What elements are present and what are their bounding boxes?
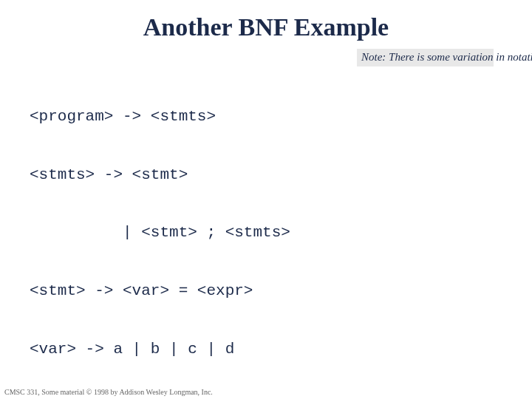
grammar-line: | <stmt> ; <stmts> — [30, 223, 502, 242]
grammar-line: <program> -> <stmts> — [30, 107, 502, 126]
grammar-line: <var> -> a | b | c | d — [30, 340, 502, 359]
grammar-block: Note: There is some variation in notatio… — [30, 49, 502, 399]
note-box: Note: There is some variation in notatio… — [357, 49, 494, 66]
grammar-line: <stmts> -> <stmt> — [30, 166, 502, 185]
grammar-line: <stmt> -> <var> = <expr> — [30, 282, 502, 301]
slide-title: Another BNF Example — [30, 13, 502, 41]
slide: Another BNF Example Note: There is some … — [0, 0, 532, 399]
footer-text: CMSC 331, Some material © 1998 by Addiso… — [4, 388, 213, 396]
